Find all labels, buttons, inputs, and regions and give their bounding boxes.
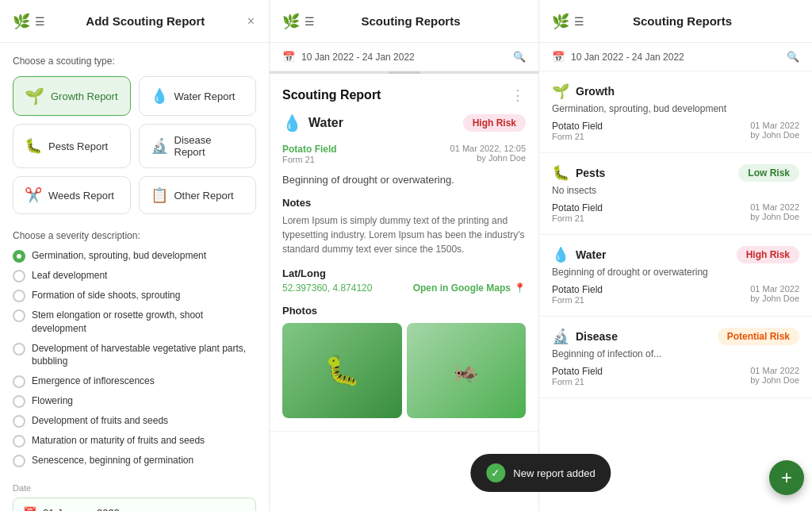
right-pests-icon: 🐛 xyxy=(552,164,569,182)
report-title: Scouting Report xyxy=(282,88,381,102)
mid-menu-icon[interactable]: ☰ xyxy=(304,15,315,28)
left-header-title: Add Scouting Report xyxy=(53,14,238,28)
type-card-other[interactable]: 📋 Other Report xyxy=(139,176,257,214)
severity-text-6: Flowering xyxy=(32,394,73,408)
radio-circle-9 xyxy=(13,455,25,467)
right-pests-label: Pests xyxy=(576,167,605,179)
severity-option-5[interactable]: Emergence of inflorescences xyxy=(13,375,256,388)
menu-icon-left[interactable]: ☰ xyxy=(35,15,45,28)
open-maps-text: Open in Google Maps xyxy=(413,282,511,294)
field-link[interactable]: Potato Field xyxy=(282,144,337,155)
disease-report-label: Disease Report xyxy=(174,134,245,158)
right-pests-field-row: Potato Field Form 21 01 Mar 2022 by John… xyxy=(552,202,799,223)
right-date-filter-text: 10 Jan 2022 - 24 Jan 2022 xyxy=(571,52,780,63)
report-description: Beginning of drought or overwatering. xyxy=(282,174,526,186)
report-type-label: 💧 Water xyxy=(282,113,343,133)
right-growth-field-row: Potato Field Form 21 01 Mar 2022 by John… xyxy=(552,121,799,141)
severity-option-4[interactable]: Development of harvestable vegetative pl… xyxy=(13,342,256,369)
fab-icon: + xyxy=(781,467,792,489)
date-section: Date 📅 01 January 2022 xyxy=(13,483,256,511)
right-panel: 🌿 ☰ Scouting Reports 📅 10 Jan 2022 - 24 … xyxy=(539,0,812,511)
severity-option-7[interactable]: Development of fruits and seeds xyxy=(13,414,256,428)
type-card-pests[interactable]: 🐛 Pests Report xyxy=(13,124,131,168)
right-menu-icon[interactable]: ☰ xyxy=(574,15,584,28)
right-disease-label: Disease xyxy=(576,330,618,343)
right-report-water[interactable]: 💧 Water High Risk Beginning of drought o… xyxy=(539,235,812,317)
right-water-header: 💧 Water High Risk xyxy=(552,246,799,263)
notes-title: Notes xyxy=(282,197,526,209)
right-disease-header: 🔬 Disease Potential Risk xyxy=(552,328,799,345)
right-water-description: Beginning of drought or overwatering xyxy=(552,267,799,278)
choose-type-label: Choose a scouting type: xyxy=(13,56,256,67)
right-disease-type: 🔬 Disease xyxy=(552,328,618,345)
mid-header-title: Scouting Reports xyxy=(323,14,499,28)
right-pests-form: Form 21 xyxy=(552,213,603,223)
severity-option-1[interactable]: Leaf development xyxy=(13,269,256,282)
date-value: 01 January 2022 xyxy=(43,507,120,511)
severity-option-8[interactable]: Maturation or maturity of fruits and see… xyxy=(13,434,256,448)
photos-title: Photos xyxy=(282,305,526,317)
risk-badge: High Risk xyxy=(463,114,526,132)
water-report-label: Water Report xyxy=(174,90,236,102)
left-panel: 🌿 ☰ Add Scouting Report × Choose a scout… xyxy=(0,0,270,511)
severity-option-0[interactable]: Germination, sprouting, bud development xyxy=(13,249,256,263)
right-growth-header: 🌱 Growth xyxy=(552,83,799,100)
mid-logo-icon: 🌿 xyxy=(282,13,300,30)
more-options-button[interactable]: ⋮ xyxy=(511,86,526,104)
disease-report-icon: 🔬 xyxy=(151,137,168,155)
radio-circle-6 xyxy=(13,395,25,408)
weeds-report-label: Weeds Report xyxy=(48,190,114,202)
open-maps-button[interactable]: Open in Google Maps 📍 xyxy=(413,282,526,294)
severity-text-3: Stem elongation or rosette growth, shoot… xyxy=(32,309,256,336)
right-growth-date: 01 Mar 2022 xyxy=(750,121,799,130)
right-disease-form: Form 21 xyxy=(552,377,603,386)
type-card-disease[interactable]: 🔬 Disease Report xyxy=(139,124,257,168)
severity-option-2[interactable]: Formation of side shoots, sprouting xyxy=(13,289,256,302)
other-report-label: Other Report xyxy=(174,190,234,202)
right-growth-icon: 🌱 xyxy=(552,83,569,100)
type-card-water[interactable]: 💧 Water Report xyxy=(139,76,257,116)
right-calendar-icon: 📅 xyxy=(552,51,565,63)
right-date-filter: 📅 10 Jan 2022 - 24 Jan 2022 🔍 xyxy=(539,43,812,71)
right-growth-field-name: Potato Field xyxy=(552,121,603,132)
right-pests-field-right: 01 Mar 2022 by John Doe xyxy=(750,202,799,223)
bug-icon-2: 🦗 xyxy=(452,358,480,384)
right-water-form: Form 21 xyxy=(552,295,603,305)
pests-report-icon: 🐛 xyxy=(25,137,42,155)
right-report-growth[interactable]: 🌱 Growth Germination, sprouting, bud dev… xyxy=(539,71,812,153)
right-report-pests[interactable]: 🐛 Pests Low Risk No insects Potato Field… xyxy=(539,153,812,235)
mid-panel: 🌿 ☰ Scouting Reports 📅 10 Jan 2022 - 24 … xyxy=(270,0,539,511)
latlong-row: 52.397360, 4.874120 Open in Google Maps … xyxy=(282,282,526,294)
mid-logo: 🌿 ☰ xyxy=(282,13,315,30)
date-input[interactable]: 📅 01 January 2022 xyxy=(13,498,256,511)
mid-date-filter: 📅 10 Jan 2022 - 24 Jan 2022 🔍 xyxy=(270,43,538,71)
right-growth-field-left: Potato Field Form 21 xyxy=(552,121,603,141)
toast-message: New report added xyxy=(513,467,595,479)
radio-circle-2 xyxy=(13,290,25,302)
radio-circle-7 xyxy=(13,415,25,428)
left-panel-body: Choose a scouting type: 🌱 Growth Report … xyxy=(0,43,269,511)
type-grid: 🌱 Growth Report 💧 Water Report 🐛 Pests R… xyxy=(13,76,256,214)
right-pests-risk: Low Risk xyxy=(738,164,799,182)
weeds-report-icon: ✂️ xyxy=(25,186,42,204)
right-water-type: 💧 Water xyxy=(552,246,606,263)
severity-text-7: Development of fruits and seeds xyxy=(32,414,168,428)
right-pests-field-name: Potato Field xyxy=(552,202,603,213)
right-report-disease[interactable]: 🔬 Disease Potential Risk Beginning of in… xyxy=(539,317,812,398)
mid-search-icon[interactable]: 🔍 xyxy=(513,51,526,63)
photos-grid: 🐛 🦗 xyxy=(282,323,526,418)
severity-option-6[interactable]: Flowering xyxy=(13,394,256,408)
type-card-weeds[interactable]: ✂️ Weeds Report xyxy=(13,176,131,214)
right-search-icon[interactable]: 🔍 xyxy=(787,51,799,63)
type-card-growth[interactable]: 🌱 Growth Report xyxy=(13,76,131,116)
right-water-field-row: Potato Field Form 21 01 Mar 2022 by John… xyxy=(552,284,799,305)
right-growth-label: Growth xyxy=(576,85,615,98)
close-button[interactable]: × xyxy=(246,13,256,30)
right-logo: 🌿 ☰ xyxy=(552,13,584,30)
severity-option-9[interactable]: Senescence, beginning of germination xyxy=(13,454,256,467)
right-growth-description: Germination, sprouting, bud development xyxy=(552,103,799,114)
severity-option-3[interactable]: Stem elongation or rosette growth, shoot… xyxy=(13,309,256,336)
fab-button[interactable]: + xyxy=(769,460,804,495)
severity-text-8: Maturation or maturity of fruits and see… xyxy=(32,434,205,448)
right-header-title: Scouting Reports xyxy=(592,14,772,28)
